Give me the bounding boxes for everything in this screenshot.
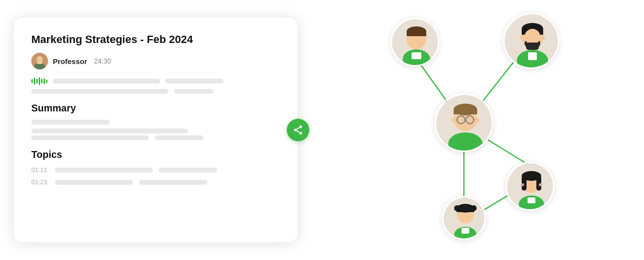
svg-line-8 <box>297 130 299 132</box>
topic-time-1: 01:11 <box>31 166 49 173</box>
svg-point-40 <box>451 118 456 123</box>
svg-rect-48 <box>536 176 541 191</box>
svg-point-41 <box>475 118 480 123</box>
audio-bar-4 <box>174 89 213 94</box>
svg-point-7 <box>299 132 302 135</box>
svg-point-50 <box>539 183 542 186</box>
audio-bar-3 <box>31 89 168 94</box>
avatar-node-center <box>435 93 493 152</box>
svg-point-49 <box>521 183 524 186</box>
svg-rect-47 <box>522 176 527 191</box>
svg-rect-4 <box>37 61 43 64</box>
topic-bar-1a <box>55 168 153 173</box>
summary-heading: Summary <box>31 103 280 114</box>
network-diagram <box>361 13 567 247</box>
avatar-illustration <box>31 53 48 69</box>
professor-name: Professor <box>53 57 87 65</box>
audio-row-2 <box>31 89 280 94</box>
svg-rect-53 <box>461 228 469 234</box>
avatar-node-bottom-center <box>442 196 486 240</box>
topic-bar-2b <box>139 180 207 185</box>
topic-row-1: 01:11 <box>31 166 280 173</box>
svg-point-58 <box>471 205 477 211</box>
share-button[interactable] <box>287 119 309 141</box>
main-container: Marketing Strategies - Feb 2024 Professo… <box>14 8 630 252</box>
svg-rect-18 <box>407 31 426 36</box>
audio-bar-2 <box>165 79 224 84</box>
avatar-node-bottom-right <box>506 162 554 211</box>
summary-bar-4 <box>155 135 204 140</box>
right-section <box>298 8 630 252</box>
professor-time: 24:30 <box>94 57 111 65</box>
svg-rect-15 <box>412 52 421 59</box>
svg-point-57 <box>454 205 460 211</box>
svg-rect-29 <box>526 43 539 50</box>
topic-bar-2a <box>55 180 133 185</box>
topic-time-2: 01:23 <box>31 178 49 186</box>
avatar-node-top-right <box>503 13 559 69</box>
svg-line-9 <box>297 128 299 130</box>
summary-bar-3 <box>31 135 149 140</box>
topics-heading: Topics <box>31 149 280 160</box>
audio-bar-1 <box>52 79 160 84</box>
svg-rect-44 <box>528 197 535 203</box>
content-card: Marketing Strategies - Feb 2024 Professo… <box>14 18 298 242</box>
svg-point-27 <box>520 35 525 40</box>
svg-rect-21 <box>528 52 537 60</box>
card-title: Marketing Strategies - Feb 2024 <box>31 33 280 46</box>
audio-row <box>31 77 280 85</box>
svg-point-28 <box>540 35 545 40</box>
share-icon <box>293 125 303 135</box>
avatar-node-top-left <box>391 18 439 66</box>
topic-bar-1b <box>159 168 217 173</box>
topic-row-2: 01:23 <box>31 178 280 186</box>
svg-point-6 <box>294 129 297 131</box>
waveform-icon <box>31 77 47 85</box>
svg-point-26 <box>525 29 540 44</box>
summary-bar-2 <box>31 129 188 133</box>
professor-row: Professor 24:30 <box>31 53 280 69</box>
svg-point-5 <box>299 126 302 129</box>
avatar <box>31 53 48 69</box>
summary-bar-1 <box>31 120 110 125</box>
svg-rect-34 <box>454 109 477 114</box>
